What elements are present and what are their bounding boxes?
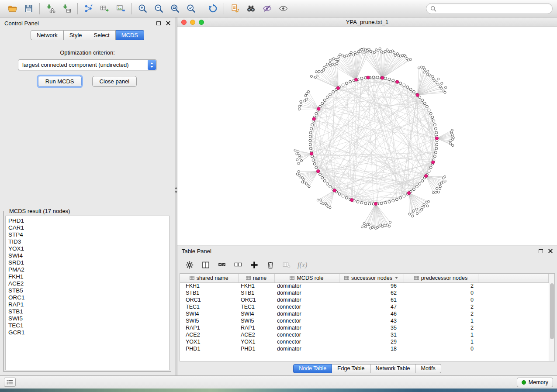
network-window-titlebar[interactable]: YPA_prune.txt_1 [177, 17, 557, 27]
float-panel-icon[interactable] [156, 21, 161, 25]
network-window-title: YPA_prune.txt_1 [221, 19, 513, 25]
search-field[interactable] [426, 3, 553, 14]
settings-button[interactable] [183, 259, 196, 271]
deselect-all-button[interactable] [232, 259, 244, 271]
network-graph[interactable] [177, 27, 557, 245]
column-icon [414, 276, 419, 280]
mcds-result-item[interactable]: TID3 [8, 238, 166, 245]
mcds-result-item[interactable]: GCR1 [8, 329, 166, 336]
mcds-result-item[interactable]: STB1 [8, 308, 166, 315]
table-row[interactable]: SWI4SWI4dominator462 [180, 310, 549, 317]
right-area: YPA_prune.txt_1 Table Panel f(x) shared … [177, 17, 557, 375]
open-file-icon [7, 3, 17, 14]
save-button[interactable] [21, 2, 37, 16]
tab-node-table[interactable]: Node Table [293, 364, 332, 373]
column-icon [344, 276, 349, 280]
show-graphics-button[interactable] [275, 2, 291, 16]
import-network-button[interactable] [42, 2, 59, 16]
tab-edge-table[interactable]: Edge Table [332, 364, 370, 373]
table-row[interactable]: FKH1FKH1dominator962 [180, 282, 549, 289]
column-icon [290, 276, 294, 280]
window-minimize-button[interactable] [190, 20, 195, 25]
memory-button[interactable]: Memory [517, 378, 553, 387]
close-panel-button[interactable]: Close panel [92, 76, 137, 87]
clear-all-icon [282, 260, 291, 270]
window-close-button[interactable] [181, 20, 187, 25]
column-header[interactable]: predecessor nodes [404, 274, 478, 282]
list-icon [7, 380, 13, 385]
copy-network-button[interactable] [227, 2, 243, 16]
add-row-icon [249, 260, 259, 270]
mcds-result-item[interactable]: FKH1 [8, 273, 166, 280]
table-row[interactable]: TEC1TEC1connector472 [180, 303, 549, 310]
zoom-in-button[interactable] [135, 2, 151, 16]
search-input[interactable] [439, 5, 548, 12]
tab-network-table[interactable]: Network Table [370, 364, 416, 373]
network-view[interactable] [177, 27, 557, 245]
zoom-fit-button[interactable] [167, 2, 183, 16]
search-network-icon [246, 3, 256, 14]
table-scrollbar[interactable] [549, 274, 554, 361]
mcds-result-list[interactable]: PHD1CAR1STP4TID3YOX1SWI4SRD1PMA2FKH1ACE2… [5, 216, 170, 370]
float-table-panel-icon[interactable] [539, 249, 543, 253]
import-table-button[interactable] [59, 2, 75, 16]
table-row[interactable]: ACE2ACE2connector311 [180, 331, 549, 338]
clear-all-button[interactable] [280, 259, 293, 271]
zoom-selected-button[interactable] [183, 2, 199, 16]
column-header[interactable]: name [238, 274, 274, 282]
mcds-result-item[interactable]: STB5 [8, 287, 166, 294]
run-mcds-button[interactable]: Run MCDS [38, 76, 82, 87]
mcds-result-item[interactable]: SWI4 [8, 252, 166, 259]
table-row[interactable]: PHD1PHD1dominator180 [180, 345, 549, 352]
mcds-result-item[interactable]: TEC1 [8, 322, 166, 329]
table-row[interactable]: RAP1RAP1dominator352 [180, 324, 549, 331]
mcds-result-item[interactable]: STP4 [8, 231, 166, 238]
mcds-result-item[interactable]: ORC1 [8, 294, 166, 301]
close-table-panel-button[interactable] [548, 249, 553, 253]
table-row[interactable]: ORC1ORC1dominator610 [180, 296, 549, 303]
table-row[interactable]: STB1STB1dominator620 [180, 289, 549, 296]
criterion-select[interactable]: largest connected component (undirected) [18, 59, 157, 70]
mcds-result-item[interactable]: YOX1 [8, 245, 166, 252]
add-row-button[interactable] [248, 259, 260, 271]
column-header[interactable]: MCDS role [274, 274, 339, 282]
table-header-row: shared namenameMCDS rolesuccessor nodesp… [180, 274, 549, 282]
zoom-out-button[interactable] [151, 2, 167, 16]
tab-motifs[interactable]: Motifs [415, 364, 441, 373]
tab-style[interactable]: Style [64, 30, 88, 40]
copy-network-icon [230, 3, 240, 14]
criterion-value: largest connected component (undirected) [22, 62, 148, 68]
mcds-result-item[interactable]: RAP1 [8, 301, 166, 308]
delete-row-button[interactable] [264, 259, 277, 271]
refresh-layout-button[interactable] [205, 2, 221, 16]
table-row[interactable]: SWI5SWI5connector431 [180, 317, 549, 324]
table-row[interactable]: YOX1YOX1connector291 [180, 338, 549, 345]
mcds-result-item[interactable]: CAR1 [8, 224, 166, 231]
fx-icon: f(x) [298, 261, 307, 269]
mcds-result-item[interactable]: ACE2 [8, 280, 166, 287]
export-image-button[interactable] [113, 2, 129, 16]
scrollbar-thumb[interactable] [550, 283, 554, 339]
mcds-result-item[interactable]: PHD1 [8, 217, 166, 224]
function-builder-button[interactable]: f(x) [297, 259, 307, 271]
tab-mcds[interactable]: MCDS [116, 30, 144, 40]
select-all-button[interactable] [216, 259, 228, 271]
column-header[interactable]: shared name [180, 274, 238, 282]
search-network-button[interactable] [243, 2, 259, 16]
delete-row-icon [266, 260, 275, 270]
close-icon [548, 249, 553, 253]
mcds-result-item[interactable]: SWI5 [8, 315, 166, 322]
tab-select[interactable]: Select [88, 30, 116, 40]
tab-network[interactable]: Network [31, 30, 64, 40]
window-maximize-button[interactable] [199, 20, 204, 25]
panel-menu-button[interactable] [4, 378, 16, 387]
show-columns-button[interactable] [200, 259, 212, 271]
export-table-button[interactable] [97, 2, 113, 16]
close-control-panel-button[interactable] [166, 21, 170, 25]
open-file-button[interactable] [4, 2, 21, 16]
export-network-button[interactable] [80, 2, 97, 16]
hide-graphics-button[interactable] [259, 2, 275, 16]
mcds-result-item[interactable]: SRD1 [8, 259, 166, 266]
mcds-result-item[interactable]: PMA2 [8, 266, 166, 273]
column-header[interactable]: successor nodes [339, 274, 404, 282]
